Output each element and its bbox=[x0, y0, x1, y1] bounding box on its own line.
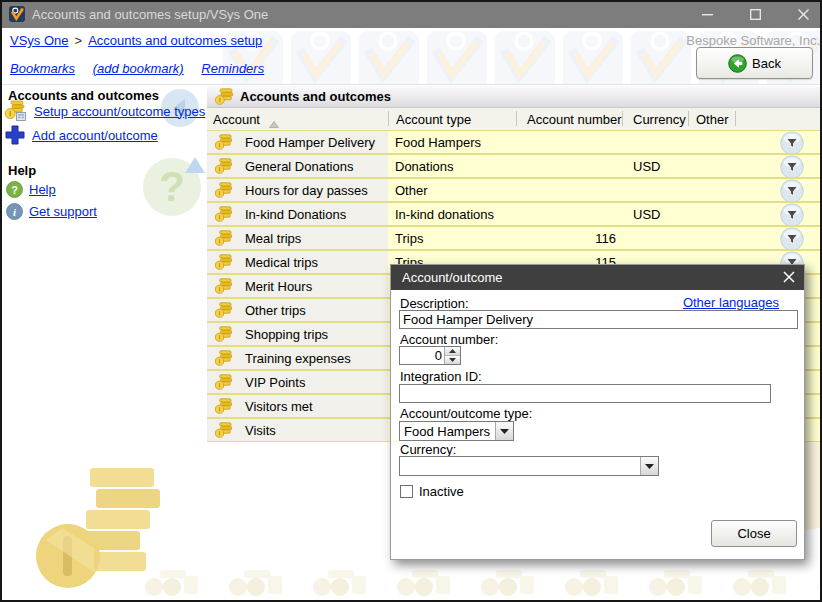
cell-type: Other bbox=[395, 183, 428, 198]
cell-account: Hours for day passes bbox=[245, 183, 368, 198]
panel-title: Accounts and outcomes bbox=[240, 89, 391, 104]
integration-id-label: Integration ID: bbox=[400, 369, 482, 384]
coins-icon bbox=[215, 302, 232, 321]
breadcrumb-page-link[interactable]: Accounts and outcomes setup bbox=[88, 33, 262, 48]
triangle-watermark bbox=[184, 156, 206, 177]
inactive-checkbox-row: Inactive bbox=[400, 484, 464, 499]
spinner-up-icon[interactable] bbox=[445, 347, 460, 355]
dialog-title-bar[interactable]: Account/outcome bbox=[391, 265, 804, 290]
coins-setup-icon bbox=[4, 100, 28, 122]
table-row[interactable]: In-kind Donations In-kind donations USD bbox=[207, 202, 822, 226]
coins-icon bbox=[215, 374, 232, 393]
cell-account: General Donations bbox=[245, 159, 353, 174]
column-header-other[interactable]: Other bbox=[696, 112, 729, 127]
coins-icon bbox=[215, 278, 232, 297]
account-outcome-type-dropdown[interactable]: Food Hampers bbox=[399, 421, 514, 441]
coins-icon bbox=[215, 350, 232, 369]
column-header-number[interactable]: Account number bbox=[527, 112, 622, 127]
coins-icon bbox=[215, 398, 232, 417]
account-number-spinner[interactable] bbox=[399, 346, 461, 365]
reminders-link[interactable]: Reminders bbox=[201, 61, 264, 76]
sidebar-item-add-account[interactable]: Add account/outcome bbox=[4, 124, 158, 146]
cell-account: Shopping trips bbox=[245, 327, 328, 342]
column-header-currency[interactable]: Currency bbox=[633, 112, 686, 127]
table-row[interactable]: Food Hamper Delivery Food Hampers bbox=[207, 130, 822, 154]
title-bar[interactable]: Accounts and outcomes setup/VSys One bbox=[0, 0, 822, 28]
breadcrumb-separator: > bbox=[75, 33, 83, 48]
window-title: Accounts and outcomes setup/VSys One bbox=[32, 7, 268, 22]
coins-icon bbox=[215, 88, 233, 105]
get-support-link[interactable]: Get support bbox=[29, 204, 97, 219]
back-button-label: Back bbox=[752, 56, 781, 71]
description-label: Description: bbox=[400, 296, 469, 311]
table-row[interactable]: Hours for day passes Other bbox=[207, 178, 822, 202]
cell-type: In-kind donations bbox=[395, 207, 494, 222]
chevron-down-icon[interactable] bbox=[640, 457, 658, 475]
cell-account: Food Hamper Delivery bbox=[245, 135, 375, 150]
close-button[interactable]: Close bbox=[711, 520, 797, 547]
inactive-checkbox[interactable] bbox=[400, 485, 413, 498]
company-name: Bespoke Software, Inc. bbox=[686, 33, 820, 48]
sidebar-item-get-support[interactable]: i Get support bbox=[6, 203, 97, 220]
cell-account: Meal trips bbox=[245, 231, 301, 246]
cell-type: Donations bbox=[395, 159, 454, 174]
maximize-icon[interactable] bbox=[744, 3, 766, 25]
dialog-close-icon[interactable] bbox=[783, 271, 795, 283]
account-outcome-type-label: Account/outcome type: bbox=[400, 406, 532, 421]
back-button[interactable]: Back bbox=[696, 47, 813, 79]
cell-account: VIP Points bbox=[245, 375, 305, 390]
cell-currency: USD bbox=[633, 159, 660, 174]
column-header-row: Account Account type Account number Curr… bbox=[207, 108, 822, 130]
help-icon: ? bbox=[6, 181, 23, 198]
app-window: Accounts and outcomes setup/VSys One bbox=[0, 0, 822, 602]
breadcrumb-home-link[interactable]: VSys One bbox=[10, 33, 69, 48]
coins-icon bbox=[215, 206, 232, 225]
column-header-type[interactable]: Account type bbox=[396, 112, 471, 127]
cell-account: Visits bbox=[245, 423, 276, 438]
bookmarks-link[interactable]: Bookmarks bbox=[10, 61, 75, 76]
cell-currency: USD bbox=[633, 207, 660, 222]
close-icon[interactable] bbox=[792, 3, 814, 25]
table-row[interactable]: Meal trips Trips 116 bbox=[207, 226, 822, 250]
integration-id-input[interactable] bbox=[399, 384, 771, 403]
help-link[interactable]: Help bbox=[29, 182, 56, 197]
inactive-label: Inactive bbox=[419, 484, 464, 499]
minimize-icon[interactable] bbox=[696, 3, 718, 25]
column-separator bbox=[622, 111, 623, 126]
cell-account: Visitors met bbox=[245, 399, 313, 414]
breadcrumb: VSys One>Accounts and outcomes setup bbox=[10, 33, 262, 48]
other-languages-link[interactable]: Other languages bbox=[683, 295, 779, 310]
column-separator bbox=[735, 111, 736, 126]
svg-text:?: ? bbox=[11, 184, 18, 196]
dialog-title: Account/outcome bbox=[402, 270, 502, 285]
sort-ascending-icon bbox=[269, 116, 279, 131]
description-input[interactable] bbox=[399, 310, 798, 329]
info-icon: i bbox=[6, 203, 23, 220]
back-icon bbox=[728, 54, 747, 73]
coins-icon bbox=[215, 134, 232, 153]
type-dropdown-value: Food Hampers bbox=[400, 424, 495, 439]
sidebar-item-setup-types[interactable]: Setup account/outcome types bbox=[4, 100, 205, 122]
cell-account: In-kind Donations bbox=[245, 207, 346, 222]
setup-types-link[interactable]: Setup account/outcome types bbox=[34, 104, 205, 119]
account-number-label: Account number: bbox=[400, 332, 498, 347]
currency-dropdown[interactable] bbox=[399, 456, 659, 476]
add-bookmark-link[interactable]: (add bookmark) bbox=[93, 61, 184, 76]
account-number-input[interactable] bbox=[400, 347, 444, 364]
cell-number: 116 bbox=[516, 231, 616, 246]
table-row[interactable]: General Donations Donations USD bbox=[207, 154, 822, 178]
sidebar-heading-help: Help bbox=[8, 163, 36, 178]
sidebar-item-help[interactable]: ? Help bbox=[6, 181, 56, 198]
spinner-down-icon[interactable] bbox=[445, 355, 460, 364]
column-header-account[interactable]: Account bbox=[213, 112, 260, 127]
column-separator bbox=[516, 111, 517, 126]
coins-icon bbox=[215, 230, 232, 249]
column-separator bbox=[388, 111, 389, 126]
bottom-coins-strip bbox=[140, 570, 818, 596]
panel-header: Accounts and outcomes bbox=[207, 86, 822, 108]
coins-icon bbox=[215, 326, 232, 345]
coins-icon bbox=[215, 182, 232, 201]
plus-icon bbox=[4, 124, 26, 146]
add-account-link[interactable]: Add account/outcome bbox=[32, 128, 158, 143]
chevron-down-icon[interactable] bbox=[495, 422, 513, 440]
